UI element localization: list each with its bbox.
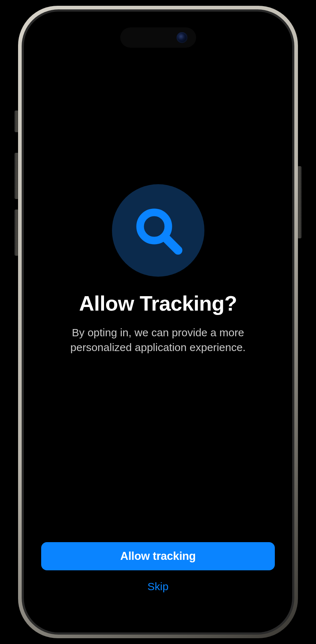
tracking-prompt-view: Allow Tracking? By opting in, we can pro… bbox=[24, 12, 292, 632]
svg-line-1 bbox=[165, 237, 178, 250]
prompt-title: Allow Tracking? bbox=[79, 291, 237, 315]
prompt-subtitle: By opting in, we can provide a more pers… bbox=[61, 325, 256, 355]
dynamic-island bbox=[120, 27, 196, 48]
button-group: Allow tracking Skip bbox=[41, 542, 275, 596]
phone-frame: Allow Tracking? By opting in, we can pro… bbox=[18, 6, 298, 638]
skip-button[interactable]: Skip bbox=[140, 578, 176, 596]
search-icon bbox=[133, 205, 187, 259]
phone-bezel: Allow Tracking? By opting in, we can pro… bbox=[22, 9, 294, 635]
front-camera bbox=[177, 32, 187, 43]
hero-icon-circle bbox=[112, 184, 204, 277]
screen: Allow Tracking? By opting in, we can pro… bbox=[24, 12, 292, 632]
allow-tracking-button[interactable]: Allow tracking bbox=[41, 542, 275, 570]
